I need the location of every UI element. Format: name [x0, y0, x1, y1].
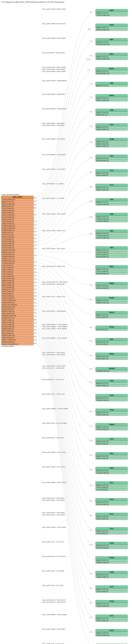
table-tqcom[interactable]: TQCOMCOMMN [CHAR (5)] [95, 367, 128, 372]
edge-label: OIGS_LIKPR-PROLI = TDGC5-PROLI [42, 352, 65, 354]
cardinality-label: {0,1} [34, 275, 37, 276]
table-t000[interactable]: T000MANDT [CLNT (3)] [95, 82, 128, 87]
table-t173[interactable]: T173MANDT [CLNT (3)]VSART [CHAR (2)] [95, 184, 128, 191]
table-tvfs[interactable]: TVFSMANDT [CLNT (3)]FAKSP [CHAR (2)] [95, 452, 128, 460]
table-ttsg[interactable]: TTSGMANDT [CLNT (3)]TRSPG [CHAR (2)] [95, 408, 128, 416]
table-t024b[interactable]: T024BMANDT [CLNT (3)]SBGRP [CHAR (3)]KKB… [95, 138, 128, 147]
table-tvsak[interactable]: TVSAKMANDT [CLNT (3)]SDABW [CHAR (4)] [95, 556, 128, 564]
table-head: TVSB [96, 571, 128, 574]
table-t683[interactable]: T683MANDT [CLNT (3)]KVEWE [CHAR (1)]KAPP… [95, 246, 128, 258]
table-kna1[interactable]: KNA1MANDT [CLNT (3)]KUNNR [CHAR (10)] [95, 53, 128, 60]
table-mara[interactable]: MARAMANDT [CLNT (3)]MATNR [CHAR (18)] [95, 67, 128, 74]
table-tvko[interactable]: TVKOMANDT [CLNT (3)]VKORG [CHAR (4)] [95, 467, 128, 474]
table-row: VKORG [CHAR (4)] [1, 210, 34, 212]
table-tspa[interactable]: TSPAMANDT [CLNT (3)]SPART [CHAR (2)] [95, 380, 128, 387]
table-akkp[interactable]: AKKPMANDT [CLNT (3)]LCNUM [CHAR (10)] [95, 9, 128, 16]
table-row: STWAE [CUKY (5)] [1, 258, 34, 260]
table-row: KALSM_CH [CHAR (6)] [1, 304, 34, 306]
table-row: MANDT [CLNT (3)] [96, 412, 128, 414]
cardinality-label: 0..N [89, 171, 92, 173]
table-t30b[interactable]: T30BMANDT [CLNT (3)]LGNUM [CHAR (3)]LGTO… [95, 213, 128, 222]
table-tvro[interactable]: TVROMANDT [CLNT (3)]ROUTE [CHAR (6)] [95, 542, 128, 549]
table-tvla[interactable]: TVLAMANDT [CLNT (3)]VSTEL [CHAR (4)]LSTE… [95, 481, 128, 491]
cardinality-label: {0,1} [34, 329, 37, 330]
table-tfacd[interactable]: TFACDIDENT [CHAR (2)] [95, 326, 128, 331]
table-tvsb[interactable]: TVSBMANDT [CLNT (3)]VSBED [CHAR (2)] [95, 571, 128, 578]
table-t171[interactable]: T171MANDT [CLNT (3)]BZIRK [CHAR (6)] [95, 169, 128, 176]
edge [34, 71, 95, 211]
table-row: KALSM [CHAR (6)] [1, 242, 34, 244]
table-row: TPSID [CHAR (2)] [1, 293, 34, 295]
table-t151[interactable]: T151MANDT [CLNT (3)]KDGRP [CHAR (2)] [95, 154, 128, 162]
table-t014[interactable]: T014MANDT [CLNT (3)]KKBER [CHAR (4)] [95, 123, 128, 130]
table-row: AULWE [CHAR (10)] [96, 634, 128, 636]
table-tvfk[interactable]: TVFKMANDT [CLNT (3)]FKART [CHAR (4)] [95, 438, 128, 445]
edge [34, 326, 95, 574]
edge-label: OIGS_LIKPR-KALSM_CH = T683-KALSM [42, 281, 67, 283]
table-row: WERKS [CHAR (4)] [96, 99, 128, 101]
table-row: MANDT [CLNT (3)] [96, 232, 128, 234]
table-valw[interactable]: VALWMANDT [CLNT (3)]AULWE [CHAR (10)] [95, 629, 128, 636]
table-row: MANDT [CLNT (3)] [96, 484, 128, 486]
edge-label: OIGS_LIKPR-MANDT = T000-MANDT [42, 94, 65, 95]
table-row: MANDT [CLNT (3)] [96, 172, 128, 174]
table-t30c[interactable]: T30CMANDT [CLNT (3)]LGNUM [CHAR (3)]LGBZ… [95, 230, 128, 239]
table-tcurc[interactable]: TCURCMANDT [CLNT (3)]WAERS [CUKY (5)] [95, 296, 128, 304]
table-row: MANDT [CLNT (3)] [96, 341, 128, 343]
table-aufk[interactable]: AUFKMANDT [CLNT (3)]AUFNR [CHAR (12)] [95, 24, 128, 31]
table-row: GRULG [CHAR (4)] [96, 503, 128, 505]
cardinality-label: {0,1} [34, 248, 37, 249]
edge-label: OIGS_LIKPR-VOLEH = T006-MSEHI [42, 125, 65, 126]
table-t300[interactable]: T300MANDT [CLNT (3)]LGNUM [CHAR (3)] [95, 198, 128, 206]
table-tdgc5[interactable]: TDGC5MANDT [CLNT (3)]PROLI [CHAR (3)] [95, 311, 128, 318]
table-row: TRATY [CHAR (4)] [1, 290, 34, 293]
edge [34, 269, 95, 328]
table-row: TPGRP [CHAR (2)] [1, 295, 34, 297]
table-row: MANDT [CLNT (3)] [96, 141, 128, 143]
table-tvst[interactable]: TVSTMANDT [CLNT (3)]VSTEL [CHAR (4)] [95, 586, 128, 593]
cardinality-label: {0,1} [34, 342, 37, 344]
cardinality-label: 0..N [89, 141, 92, 142]
table-head: KNA1 [96, 53, 128, 56]
table-row: TRAGR [CHAR (4)] [96, 399, 128, 401]
table-row: MANDT [CLNT (3)] [96, 126, 128, 128]
table-row: MANDT [CLNT (3)] [96, 249, 128, 251]
edge-label: OIGS_LIKPR-ABSSC = T691M-ABSGC [42, 310, 66, 312]
table-head: T151 [96, 155, 128, 158]
table-row: VKORG [CHAR (4)] [96, 472, 128, 474]
table-row: PIOIV [CHAR (2)] [1, 273, 34, 275]
table-oigs-likpr[interactable]: OIGS_LIKPRLCNUM [CHAR (10)]MANDT [CLNT (… [1, 196, 34, 345]
left-brief: OIGS_LIKPR-(0817200811) [2, 194, 19, 196]
table-row: LGTOR [CHAR (3)] [96, 220, 128, 222]
table-head: TVLS [96, 527, 128, 530]
table-eikp[interactable]: EIKPMANDT [CLNT (3)]EXNUM [CHAR (10)] [95, 38, 128, 46]
table-ttgr[interactable]: TTGRMANDT [CLNT (3)]TRAGR [CHAR (4)] [95, 394, 128, 401]
cardinality-label: 0..N [89, 544, 92, 545]
table-row: SDABW [CHAR (4)] [1, 302, 34, 304]
edge [34, 320, 95, 545]
cardinality-label: 0..N [89, 588, 92, 589]
table-t691m[interactable]: T691MMANDT [CLNT (3)]ABSGC [CHAR (6)] [95, 282, 128, 289]
cardinality-label: 0..N [89, 340, 92, 342]
table-row: MANDT [CLNT (3)] [96, 632, 128, 634]
edge-label: OIGS_LIKPR-FAKSK = TVFS-FAKSP [42, 512, 65, 514]
table-tvlg[interactable]: TVLGMANDT [CLNT (3)]GRULG [CHAR (4)] [95, 498, 128, 506]
edge [34, 286, 95, 398]
edge-label: OIGS_LIKPR-KALSM = T683-KALSM [42, 266, 65, 267]
table-tprio[interactable]: TPRIOMANDT [CLNT (3)]LPRIO [NUMC (2)] [95, 352, 128, 360]
table-tvtw[interactable]: TVTWMANDT [CLNT (3)]VTWEG [CHAR (2)] [95, 600, 128, 607]
table-row: KUNNR [CHAR (10)] [1, 225, 34, 227]
table-t006[interactable]: T006MANDT [CLNT (3)]MSEHI [UNIT (3)] [95, 109, 128, 116]
cardinality-label: {0,1} [88, 28, 91, 30]
cardinality-label: 0..N [89, 529, 92, 531]
table-t001w[interactable]: T001WMANDT [CLNT (3)]WERKS [CHAR (4)] [95, 94, 128, 102]
table-tvlk[interactable]: TVLKMANDT [CLNT (3)]LFART [CHAR (4)] [95, 512, 128, 520]
table-tvls[interactable]: TVLSMANDT [CLNT (3)]LIFSP [CHAR (2)] [95, 527, 128, 534]
table-tinc[interactable]: TINCMANDT [CLNT (3)]INCO1 [CHAR (3)] [95, 338, 128, 345]
table-t691a[interactable]: T691AMANDT [CLNT (3)]CTLPC [CHAR (3)]KKB… [95, 265, 128, 275]
table-head: T014 [96, 124, 128, 126]
table-tvbur[interactable]: TVBURMANDT [CLNT (3)]VKBUR [CHAR (4)] [95, 423, 128, 430]
table-row: LIFSP [CHAR (2)] [96, 532, 128, 534]
cardinality-label: {0,1} [34, 221, 37, 222]
table-tvty[interactable]: TVTYMANDT [CLNT (3)]TRATY [CHAR (4)] [95, 614, 128, 622]
